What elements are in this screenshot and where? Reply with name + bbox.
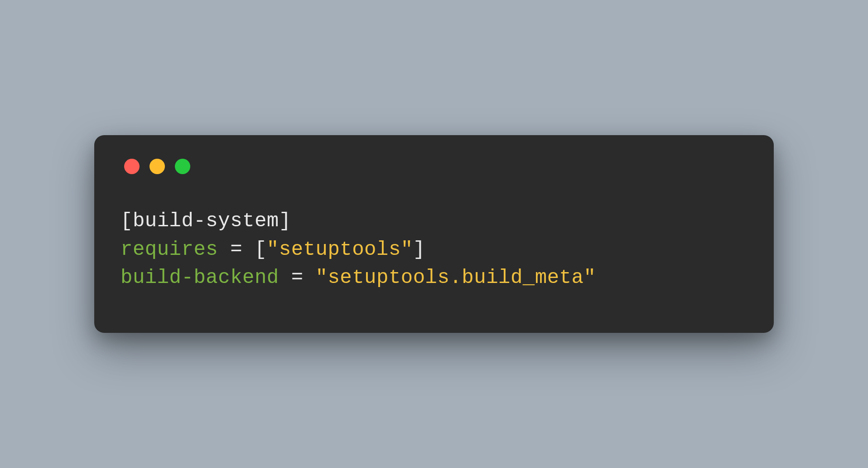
close-icon[interactable] [124,159,140,174]
traffic-lights [124,159,747,174]
code-window: [build-system] requires = ["setuptools"]… [94,135,774,332]
code-string: "setuptools.build_meta" [315,266,596,289]
code-block: [build-system] requires = ["setuptools"]… [121,207,747,292]
code-key: build-backend [121,266,279,289]
maximize-icon[interactable] [175,159,190,174]
code-punct: = [279,266,316,289]
code-punct: = [218,238,255,261]
code-key: requires [121,238,218,261]
code-string: "setuptools" [267,238,413,261]
code-punct: ] [413,238,425,261]
code-punct: [ [255,238,267,261]
code-section-header: [build-system] [121,210,291,232]
minimize-icon[interactable] [149,159,165,174]
